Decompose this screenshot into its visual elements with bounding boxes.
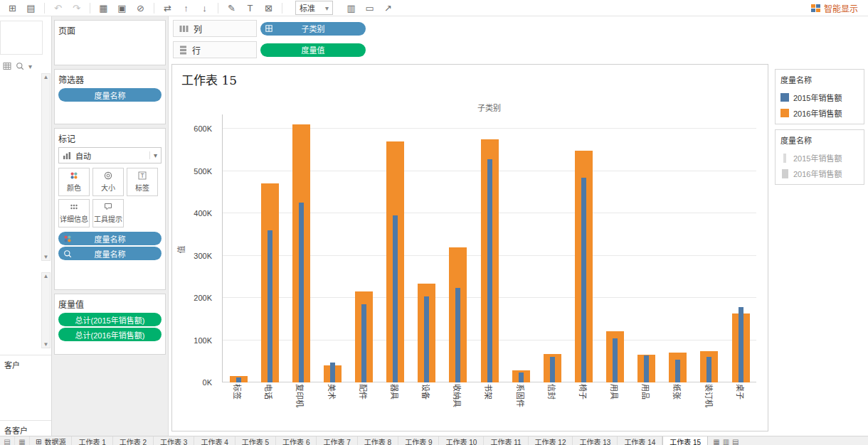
show-hide-cards-icon[interactable]: ▥	[343, 1, 359, 14]
chevron-down-icon[interactable]: ▾	[28, 63, 32, 70]
bar-mark[interactable]	[675, 360, 680, 382]
x-axis-label[interactable]: 桌子	[735, 384, 746, 400]
new-worksheet-tab-icon[interactable]: ▦	[713, 438, 719, 445]
bar-mark[interactable]	[393, 215, 398, 382]
x-axis-label[interactable]: 书架	[483, 384, 494, 400]
new-story-tab-icon[interactable]: ▤	[732, 438, 739, 445]
dimension-pill[interactable]: 子类别	[260, 22, 366, 36]
new-worksheet-icon[interactable]: ▦	[95, 1, 112, 14]
bar-mark[interactable]	[361, 304, 366, 382]
scroll-up-icon[interactable]: ▲	[43, 273, 49, 279]
dimension-pill[interactable]: 度量名称	[58, 247, 162, 260]
bar-mark[interactable]	[424, 296, 429, 382]
x-axis-label[interactable]: 系固件	[515, 384, 526, 407]
bar-mark[interactable]	[519, 372, 524, 382]
dimension-pill[interactable]: 度量名称	[58, 232, 162, 245]
undo-icon[interactable]: ↶	[50, 1, 66, 14]
field-label-per-customer[interactable]: 各客户	[4, 424, 28, 436]
bar-mark[interactable]	[236, 377, 241, 382]
field-label-customer[interactable]: 客户	[4, 359, 20, 370]
column-field-header[interactable]: 子类别	[222, 102, 756, 113]
x-axis-label[interactable]: 电话	[263, 384, 275, 400]
legend-item[interactable]: 2015年销售额	[776, 90, 864, 105]
x-axis-label[interactable]: 信封	[546, 384, 558, 400]
x-axis-label[interactable]: 器具	[389, 384, 401, 400]
x-axis-label[interactable]: 装订机	[704, 384, 715, 407]
sheet-tab[interactable]: 工作表 5	[235, 436, 276, 445]
rows-shelf-track[interactable]: 度量值	[260, 43, 770, 57]
bar-mark[interactable]	[455, 288, 460, 382]
bar-mark[interactable]	[550, 357, 555, 382]
x-axis-label[interactable]: 用具	[609, 384, 620, 400]
show-filmstrip-icon[interactable]: ▤	[0, 436, 15, 445]
share-icon[interactable]: ↗	[380, 1, 396, 14]
bar-mark[interactable]	[330, 363, 335, 382]
x-axis-label[interactable]: 用品	[640, 384, 652, 400]
sheet-tab[interactable]: 工作表 6	[276, 436, 317, 445]
bar-mark[interactable]	[706, 357, 711, 382]
legend-item[interactable]: 2015年销售额	[776, 150, 864, 166]
search-icon[interactable]	[16, 62, 24, 70]
sheet-tab[interactable]: 工作表 2	[113, 436, 154, 445]
sheet-tab[interactable]: 工作表 1	[72, 436, 112, 445]
scroll-down-icon[interactable]: ▼	[43, 341, 49, 348]
x-axis-label[interactable]: 收纳具	[452, 384, 463, 407]
columns-shelf-track[interactable]: 子类别	[260, 22, 770, 36]
open-file-icon[interactable]: ▤	[23, 1, 39, 14]
bar-mark[interactable]	[487, 159, 492, 382]
size-button[interactable]: 大小	[92, 168, 124, 196]
show-mark-labels-icon[interactable]: T	[242, 1, 258, 14]
sort-descending-icon[interactable]: ↓	[196, 1, 213, 14]
sheet-tab[interactable]: 工作表 10	[439, 436, 484, 445]
bar-mark[interactable]	[581, 178, 586, 382]
x-axis-label[interactable]: 美术	[327, 384, 338, 400]
data-pane-scrollbar-lower[interactable]: ▲ ▼	[41, 272, 51, 348]
highlight-icon[interactable]: ✎	[223, 1, 240, 14]
clear-sheet-icon[interactable]: ⊘	[132, 1, 149, 14]
sheet-tab[interactable]: 工作表 11	[484, 436, 528, 445]
x-axis[interactable]: 标签电话复印机美术配件器具设备收纳具书架系固件信封椅子用具用品纸张装订机桌子	[222, 384, 756, 431]
show-me-button[interactable]: 智能显示	[805, 1, 864, 15]
detail-button[interactable]: 详细信息	[58, 199, 90, 227]
label-button[interactable]: T标签	[127, 168, 158, 196]
fit-dropdown[interactable]: 标准 ▾	[295, 1, 333, 15]
x-axis-label[interactable]: 纸张	[672, 384, 683, 400]
data-pane-scrollbar-upper[interactable]: ▲ ▼	[41, 73, 51, 261]
bar-mark[interactable]	[613, 338, 618, 382]
bar-mark[interactable]	[739, 307, 743, 383]
legend-item[interactable]: 2016年销售额	[776, 105, 864, 121]
dimension-pill[interactable]: 度量名称	[58, 88, 162, 102]
x-axis-label[interactable]: 设备	[420, 384, 432, 400]
tab-datasource[interactable]: ⊞数据源	[30, 436, 72, 445]
x-axis-label[interactable]: 配件	[358, 384, 369, 400]
y-axis[interactable]: 0K100K200K300K400K500K600K	[172, 114, 218, 382]
color-button[interactable]: 颜色	[58, 168, 90, 196]
redo-icon[interactable]: ↷	[68, 1, 85, 14]
measure-pill[interactable]: 总计(2015年销售额)	[58, 313, 162, 326]
x-axis-label[interactable]: 椅子	[578, 384, 589, 400]
sheet-tab[interactable]: 工作表 14	[618, 436, 662, 445]
x-axis-label[interactable]: 复印机	[295, 384, 306, 407]
duplicate-sheet-icon[interactable]: ▣	[114, 1, 130, 14]
measure-pill[interactable]: 总计(2016年销售额)	[58, 328, 162, 341]
bar-mark[interactable]	[644, 355, 649, 382]
view-data-grid-icon[interactable]	[3, 62, 11, 70]
sheet-tab[interactable]: 工作表 13	[573, 436, 618, 445]
new-workbook-icon[interactable]: ⊞	[4, 1, 21, 14]
sheet-tab[interactable]: 工作表 7	[317, 436, 357, 445]
measure-pill[interactable]: 度量值	[260, 43, 366, 57]
swap-axes-icon[interactable]: ⇄	[159, 1, 176, 14]
bar-mark[interactable]	[268, 230, 272, 382]
sheet-tab[interactable]: 工作表 12	[529, 436, 573, 445]
mark-type-dropdown[interactable]: 自动 ▾	[58, 147, 162, 163]
presentation-mode-icon[interactable]: ▭	[361, 1, 378, 14]
scroll-down-icon[interactable]: ▼	[43, 254, 49, 260]
legend-item[interactable]: 2016年销售额	[776, 166, 864, 181]
tooltip-button[interactable]: 工具提示	[92, 199, 124, 227]
show-sheet-sorter-icon[interactable]: ▦	[15, 436, 30, 445]
sheet-tab[interactable]: 工作表 3	[154, 436, 194, 445]
bar-mark[interactable]	[299, 203, 304, 382]
x-axis-label[interactable]: 标签	[232, 384, 243, 400]
sheet-tab[interactable]: 工作表 9	[398, 436, 439, 445]
sheet-tab[interactable]: 工作表 8	[358, 436, 398, 445]
